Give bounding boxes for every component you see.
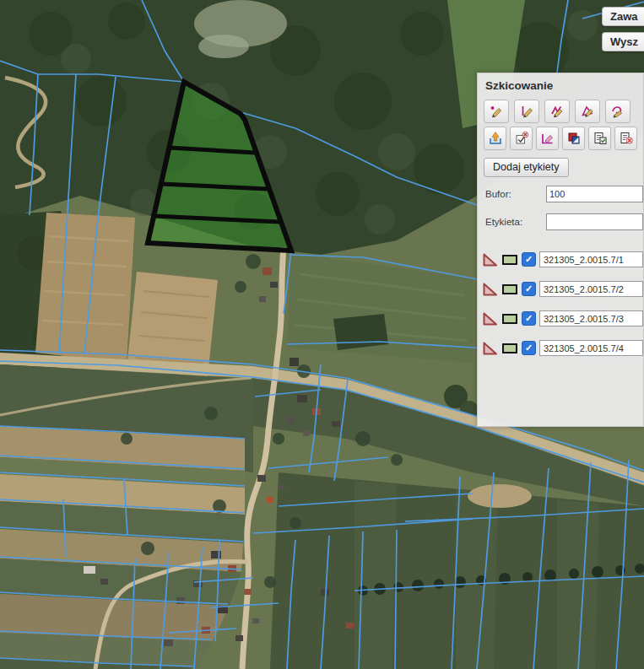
edit-geometry-icon	[540, 131, 555, 146]
feature-row-2: ✓	[481, 281, 643, 297]
feature-visibility-checkbox[interactable]: ✓	[522, 311, 536, 326]
triangle-symbol-icon[interactable]	[481, 282, 499, 297]
draw-line-tool-button[interactable]	[514, 100, 539, 123]
clear-selection-icon	[514, 131, 529, 146]
draw-polygon-icon	[580, 104, 595, 119]
etykieta-label: Etykieta:	[485, 217, 546, 227]
import-sketch-icon	[488, 131, 503, 146]
symbology-tool-button[interactable]	[562, 127, 585, 150]
map-viewport: Zawa Wysz Szkicowanie	[0, 0, 644, 669]
feature-list: ✓ ✓ ✓ ✓	[478, 251, 643, 356]
triangle-symbol-icon[interactable]	[481, 341, 499, 356]
feature-visibility-checkbox[interactable]: ✓	[522, 252, 536, 267]
feature-label-input[interactable]	[539, 251, 643, 267]
delete-attributes-tool-button[interactable]	[614, 127, 637, 150]
feature-visibility-checkbox[interactable]: ✓	[522, 341, 536, 355]
feature-label-input[interactable]	[539, 310, 643, 326]
bufor-field-row: Bufor:	[485, 186, 643, 202]
feature-row-4: ✓	[481, 340, 643, 356]
fill-symbol-swatch[interactable]	[502, 255, 517, 265]
etykieta-field-row: Etykieta:	[485, 213, 643, 230]
zawartosc-button[interactable]: Zawa	[602, 7, 644, 26]
feature-label-input[interactable]	[539, 340, 643, 356]
bufor-label: Bufor:	[485, 189, 546, 199]
edit-toolbar	[484, 127, 643, 150]
wyszukiwanie-button[interactable]: Wysz	[602, 32, 644, 51]
import-sketch-tool-button[interactable]	[484, 127, 506, 150]
feature-visibility-checkbox[interactable]: ✓	[522, 282, 536, 296]
add-labels-button[interactable]: Dodaj etykiety	[484, 158, 569, 177]
draw-polyline-tool-button[interactable]	[544, 100, 570, 123]
draw-point-icon	[489, 104, 504, 119]
edit-geometry-tool-button[interactable]	[536, 127, 559, 150]
etykieta-input[interactable]	[546, 213, 643, 230]
draw-point-tool-button[interactable]	[484, 100, 509, 123]
draw-polyline-icon	[549, 104, 565, 119]
draw-toolbar	[484, 100, 643, 123]
delete-attributes-icon	[619, 131, 634, 146]
symbology-icon	[566, 131, 582, 146]
triangle-symbol-icon[interactable]	[481, 252, 499, 267]
triangle-symbol-icon[interactable]	[481, 311, 499, 326]
draw-line-icon	[519, 104, 534, 119]
draw-freehand-icon	[610, 104, 625, 119]
sketch-panel: Szkicowanie	[477, 73, 644, 427]
draw-freehand-tool-button[interactable]	[605, 100, 630, 123]
clear-selection-tool-button[interactable]	[510, 127, 533, 150]
panel-title: Szkicowanie	[478, 73, 643, 92]
feature-row-1: ✓	[481, 251, 643, 267]
edit-attributes-tool-button[interactable]	[588, 127, 611, 150]
feature-row-3: ✓	[481, 310, 643, 326]
edit-attributes-icon	[593, 131, 608, 146]
fill-symbol-swatch[interactable]	[502, 314, 517, 324]
draw-polygon-tool-button[interactable]	[575, 100, 600, 123]
fill-symbol-swatch[interactable]	[502, 284, 517, 294]
bufor-input[interactable]	[546, 186, 643, 202]
feature-label-input[interactable]	[539, 281, 643, 297]
fill-symbol-swatch[interactable]	[502, 343, 517, 353]
